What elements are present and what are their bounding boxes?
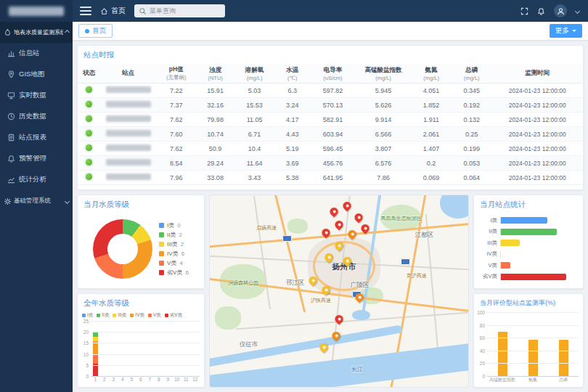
tab-home[interactable]: 首页 — [78, 24, 113, 38]
map-marker[interactable] — [343, 202, 351, 213]
column-name: 溶解氧 — [235, 66, 274, 75]
month-quality-donut — [93, 219, 152, 279]
map-label-road: 启扬高速 — [256, 224, 277, 232]
legend-item[interactable]: 劣V类6 — [159, 268, 189, 277]
more-button[interactable]: 更多 — [550, 24, 582, 38]
bar — [501, 274, 566, 280]
bar — [501, 262, 510, 269]
map-marker[interactable] — [335, 221, 343, 232]
breadcrumb-home-label: 首页 — [111, 6, 126, 16]
sidebar-item-stat-analysis[interactable]: 统计分析 — [0, 169, 73, 190]
sidebar-item-station-report[interactable]: 站点报表 — [0, 127, 73, 148]
map-marker[interactable] — [319, 343, 327, 354]
month-quality-chart: I类0II类2III类2IV类6V类4劣V类6 — [78, 213, 204, 288]
sidebar-section-base-system[interactable]: 基础管理系统 — [0, 190, 73, 212]
station-cell — [100, 98, 156, 113]
map-marker[interactable] — [332, 332, 340, 343]
map-label-district: 邗江区 — [286, 279, 305, 287]
monitor-time-cell: 2024-01-23 12:00:00 — [492, 98, 583, 113]
topbar-right — [520, 4, 588, 17]
hbar-row: IV类 — [477, 249, 576, 259]
year-column — [127, 322, 136, 377]
menu-search[interactable] — [134, 4, 225, 17]
table-row: 7.2215.915.036.3597.825.9454.0510.345202… — [78, 83, 583, 98]
legend-item[interactable]: IV类6 — [159, 249, 189, 258]
map-marker[interactable] — [322, 286, 330, 297]
sidebar-item-alert-manage[interactable]: 预警管理 — [0, 148, 73, 169]
pin-icon — [346, 229, 358, 240]
legend-item[interactable]: II类2 — [159, 230, 189, 239]
map-marker[interactable] — [324, 253, 332, 264]
x-axis: 123456789101112 — [91, 377, 200, 384]
bell-icon[interactable] — [537, 7, 545, 15]
pin-icon — [333, 240, 345, 252]
sidebar-item-info-station[interactable]: 信息站 — [0, 43, 73, 64]
map-marker[interactable] — [348, 230, 356, 241]
bar-segment — [93, 355, 98, 364]
sidebar-item-gis-map[interactable]: GIS地图 — [0, 64, 73, 85]
status-ok-indicator — [86, 101, 92, 107]
map-marker[interactable] — [335, 242, 343, 253]
value-cell: 1.852 — [411, 98, 452, 113]
value-cell: 3.43 — [234, 171, 275, 185]
sidebar-section-water-system[interactable]: 地表水质量监测系统 — [0, 22, 73, 43]
value-cell: 3.24 — [274, 98, 310, 113]
legend-label: I类 — [167, 221, 174, 229]
map-marker[interactable] — [322, 229, 330, 240]
legend-item[interactable]: V类 — [148, 312, 161, 319]
stacked-bar — [174, 322, 179, 377]
table-row: 7.6010.746.714.43603.946.5662.0610.25202… — [78, 127, 583, 142]
station-name-redacted — [106, 130, 151, 136]
sidebar-toggle-button[interactable] — [80, 7, 91, 15]
year-column — [181, 322, 191, 377]
map-marker[interactable] — [309, 277, 317, 287]
column-name: 浊度 — [197, 66, 234, 75]
map-marker[interactable] — [330, 208, 338, 219]
legend-item[interactable]: IV类 — [130, 312, 144, 319]
panel-title-month-quality: 当月水质等级 — [78, 195, 204, 213]
column-header: 溶解氧(mg/L) — [234, 64, 275, 83]
legend-item[interactable]: II类 — [97, 312, 109, 319]
lake-area — [440, 195, 469, 219]
column-header: 浊度(NTU) — [197, 64, 234, 83]
stats-icon — [7, 176, 15, 184]
gridline — [487, 338, 579, 338]
year-column — [100, 322, 110, 377]
map[interactable]: 扬州市邗江区广陵区江都区仪征市启扬高速沪陕高速京沪高速润扬森林公园凤凰岛生态旅游… — [209, 195, 469, 388]
sidebar-item-history-data[interactable]: 历史数据 — [0, 106, 73, 127]
legend-item[interactable]: I类0 — [159, 221, 189, 229]
caret-down-icon[interactable] — [575, 8, 580, 13]
map-label-water: 长江 — [351, 366, 362, 373]
map-marker[interactable] — [354, 213, 362, 224]
app-logo — [0, 0, 73, 22]
sidebar-item-realtime-data[interactable]: 实时数据 — [0, 85, 73, 106]
legend-item[interactable]: 劣V类 — [165, 312, 182, 319]
value-cell: 11.05 — [234, 113, 275, 127]
column-unit: (mg/L) — [412, 75, 451, 81]
pin-icon — [359, 223, 371, 234]
legend-item[interactable]: III类2 — [159, 240, 189, 248]
map-marker[interactable] — [343, 257, 351, 268]
legend-item[interactable]: I类 — [82, 312, 93, 319]
column-name: pH值 — [157, 65, 196, 74]
value-cell: 570.13 — [310, 98, 356, 113]
legend-item[interactable]: V类4 — [159, 258, 189, 267]
legend-item[interactable]: III类 — [113, 312, 126, 319]
legend-swatch — [130, 314, 134, 317]
gridline — [487, 312, 579, 313]
monitor-time-cell: 2024-01-23 12:00:00 — [492, 171, 583, 185]
fullscreen-icon[interactable] — [520, 7, 528, 15]
gridline — [487, 351, 579, 351]
legend-swatch — [97, 314, 100, 317]
gridline — [91, 343, 200, 343]
sidebar-item-label: 统计分析 — [19, 175, 46, 184]
menu-search-input[interactable] — [150, 7, 221, 15]
map-marker[interactable] — [356, 293, 364, 304]
map-marker[interactable] — [361, 224, 369, 235]
tab-active-dot — [85, 29, 89, 33]
station-name-redacted — [106, 115, 151, 122]
legend-label: I类 — [87, 312, 93, 319]
user-avatar[interactable] — [554, 4, 567, 17]
breadcrumb[interactable]: 首页 — [100, 6, 126, 16]
map-marker[interactable] — [335, 315, 343, 326]
